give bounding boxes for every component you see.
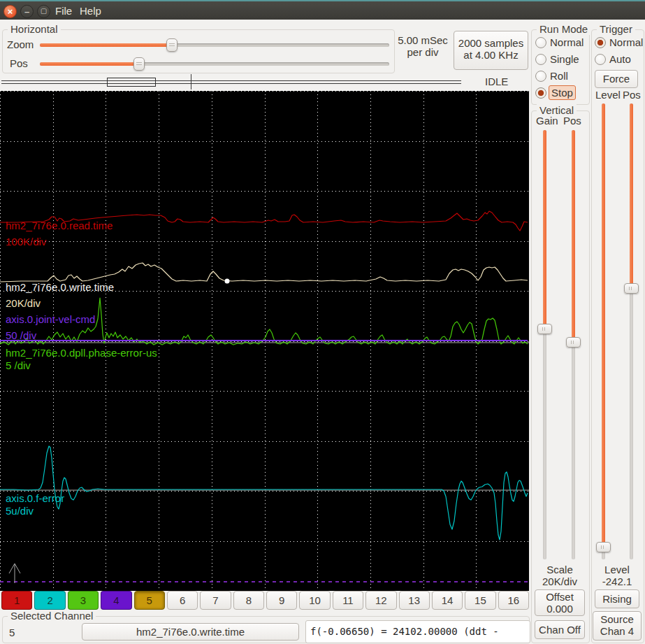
force-button[interactable]: Force xyxy=(595,70,638,88)
channel-button-4[interactable]: 4 xyxy=(101,591,131,610)
trigger-source-line1: Source xyxy=(593,613,641,625)
offset-value: 0.000 xyxy=(535,603,584,615)
per-div-readout: 5.00 mSec per div xyxy=(396,34,450,58)
channel-button-16[interactable]: 16 xyxy=(498,591,529,610)
channel-row: 12345678910111213141516 xyxy=(1,591,529,610)
menu-help[interactable]: Help xyxy=(80,5,101,17)
pos-slider-label: Pos xyxy=(10,57,28,69)
trace-label-f-error: axis.0.f-error xyxy=(6,492,64,504)
maximize-icon[interactable]: ▢ xyxy=(37,5,50,18)
trace-label-joint-vel-cmd: axis.0.joint-vel-cmd xyxy=(6,313,95,325)
trigger-edge-button[interactable]: Rising xyxy=(595,589,639,608)
chan-off-button[interactable]: Chan Off xyxy=(535,620,585,639)
close-icon[interactable]: × xyxy=(3,5,17,18)
gain-slider-label: Gain xyxy=(536,115,558,127)
vpos-slider-fill xyxy=(572,130,575,343)
trace-scale-f-error: 5u/div xyxy=(6,505,34,517)
channel-button-1[interactable]: 1 xyxy=(1,591,32,610)
trigger-level-readout: Level -242.1 xyxy=(591,564,643,587)
scale-label: Scale xyxy=(531,564,588,575)
horizontal-group: Horizontal xyxy=(2,29,395,73)
gain-slider-fill xyxy=(543,130,546,329)
zoom-slider-handle[interactable] xyxy=(166,38,177,52)
channel-button-15[interactable]: 15 xyxy=(465,591,495,610)
trace-label-write-time: hm2_7i76e.0.write.time xyxy=(6,281,114,293)
trigger-pos-slider-handle[interactable] xyxy=(624,283,639,294)
channel-button-7[interactable]: 7 xyxy=(200,591,231,610)
trigger-auto-label: Auto xyxy=(609,53,631,65)
channel-button-12[interactable]: 12 xyxy=(365,591,396,610)
pos-slider-fill xyxy=(40,62,139,66)
radio-icon[interactable] xyxy=(535,87,546,99)
offset-label: Offset xyxy=(535,591,584,603)
radio-icon[interactable] xyxy=(535,37,546,48)
trace-scale-read-time: 100K/div xyxy=(6,236,47,248)
offset-button[interactable]: Offset 0.000 xyxy=(535,589,585,616)
trigger-level-slider-handle[interactable] xyxy=(596,542,611,552)
trigger-position-arrow-icon xyxy=(9,564,20,583)
record-trigger-tick xyxy=(191,74,191,90)
channel-button-3[interactable]: 3 xyxy=(68,591,99,610)
channel-button-5[interactable]: 5 xyxy=(134,591,165,610)
zoom-slider-label: Zoom xyxy=(7,38,34,50)
run-mode-normal-label: Normal xyxy=(550,36,584,48)
trace-marker-dot xyxy=(225,279,230,284)
run-mode-group-label: Run Mode xyxy=(537,23,590,35)
vpos-slider-handle[interactable] xyxy=(566,337,581,348)
run-mode-stop-label: Stop xyxy=(549,85,576,100)
acquisition-status: IDLE xyxy=(485,76,508,87)
radio-icon[interactable] xyxy=(535,54,546,65)
minimize-icon[interactable]: – xyxy=(20,5,34,18)
trigger-level-col-label: Level xyxy=(595,89,621,101)
trigger-level-label: Level xyxy=(591,564,643,575)
channel-button-6[interactable]: 6 xyxy=(167,591,198,610)
samples-line2: at 4.00 KHz xyxy=(454,49,528,61)
trace-scale-joint-vel-cmd: 50 /div xyxy=(6,329,37,341)
selected-channel-number: 5 xyxy=(9,627,15,638)
run-mode-roll-label: Roll xyxy=(550,70,568,82)
channel-button-2[interactable]: 2 xyxy=(34,591,65,610)
trigger-level-value: -242.1 xyxy=(591,575,643,587)
radio-icon[interactable] xyxy=(595,37,606,48)
trace-f-error xyxy=(0,446,528,540)
trace-label-phase-error: hm2_7i76e.0.dpll.phase-error-us xyxy=(6,347,157,359)
scope-canvas: hm2_7i76e.0.read.time100K/divhm2_7i76e.0… xyxy=(0,91,529,591)
scope-display[interactable]: hm2_7i76e.0.read.time100K/divhm2_7i76e.0… xyxy=(0,91,529,591)
channel-button-11[interactable]: 11 xyxy=(333,591,363,610)
trigger-source-line2: Chan 4 xyxy=(593,625,641,637)
trigger-level-slider-fill xyxy=(602,103,605,548)
radio-icon[interactable] xyxy=(535,71,546,82)
trigger-pos-col-label: Pos xyxy=(623,89,641,101)
scale-value: 20K/div xyxy=(531,575,588,587)
trace-scale-phase-error: 5 /div xyxy=(6,359,31,371)
channel-button-14[interactable]: 14 xyxy=(432,591,463,610)
record-view-window[interactable] xyxy=(107,78,156,87)
channel-button-13[interactable]: 13 xyxy=(399,591,430,610)
trigger-source-button[interactable]: Source Chan 4 xyxy=(593,611,642,641)
channel-button-10[interactable]: 10 xyxy=(299,591,330,610)
record-bar-line-top xyxy=(1,80,461,81)
channel-button-9[interactable]: 9 xyxy=(266,591,297,610)
zoom-slider-fill xyxy=(40,43,173,47)
horizontal-group-label: Horizontal xyxy=(8,23,61,35)
menu-file[interactable]: File xyxy=(55,5,72,17)
record-bar-line-bottom xyxy=(1,83,461,84)
gain-slider-handle[interactable] xyxy=(537,324,552,334)
selected-channel-name-button[interactable]: hm2_7i76e.0.write.time xyxy=(82,623,299,641)
per-div-unit: per div xyxy=(396,46,450,58)
pos-slider-handle[interactable] xyxy=(133,57,145,71)
selected-channel-group-label: Selected Channel xyxy=(8,610,96,622)
trace-write-time xyxy=(0,263,528,282)
per-div-value: 5.00 mSec xyxy=(396,34,450,46)
trigger-group-label: Trigger xyxy=(597,23,635,35)
vpos-slider-label: Pos xyxy=(563,115,581,127)
radio-icon[interactable] xyxy=(595,54,606,65)
trigger-normal-label: Normal xyxy=(609,36,643,48)
titlebar: × – ▢ File Help xyxy=(0,0,645,20)
samples-line1: 2000 samples xyxy=(454,37,528,49)
scale-readout: Scale 20K/div xyxy=(531,564,588,587)
samples-button[interactable]: 2000 samples at 4.00 KHz xyxy=(454,31,528,70)
channel-readout-text: f(-0.06650) = 24102.00000 (ddt - xyxy=(310,626,499,637)
channel-button-8[interactable]: 8 xyxy=(233,591,264,610)
run-mode-single-label: Single xyxy=(550,53,579,65)
